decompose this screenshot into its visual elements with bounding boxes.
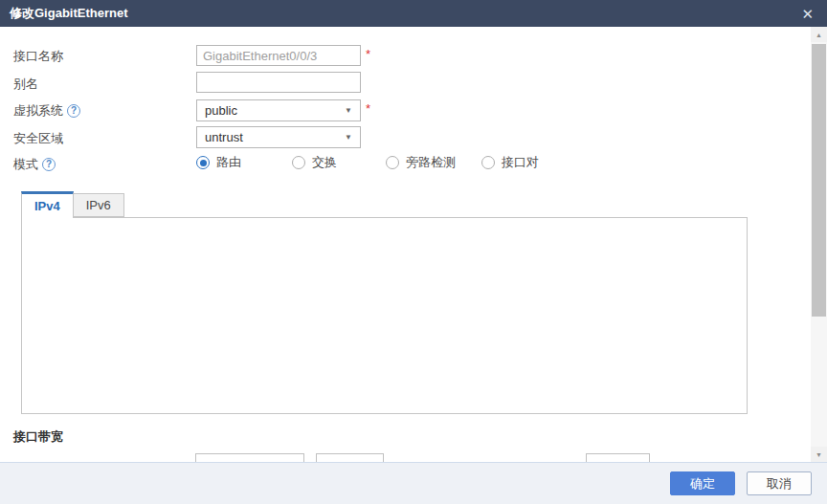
ip-version-tabs: IPv4 IPv6: [21, 191, 124, 218]
close-icon[interactable]: ✕: [797, 5, 817, 23]
ipv4-panel: [21, 217, 748, 414]
virtual-system-select[interactable]: public ▼: [196, 99, 361, 121]
help-icon[interactable]: ?: [42, 158, 56, 171]
chevron-down-icon: ▼: [345, 106, 352, 115]
tab-ipv6[interactable]: IPv6: [74, 193, 124, 217]
scroll-down-icon[interactable]: ▼: [811, 447, 827, 462]
interface-name-field[interactable]: [196, 45, 361, 66]
required-asterisk: *: [366, 47, 370, 61]
mode-option-interface-pair[interactable]: 接口对: [481, 154, 539, 171]
mode-option-bypass[interactable]: 旁路检测: [386, 154, 481, 171]
security-zone-select[interactable]: untrust ▼: [196, 126, 361, 148]
dialog-titlebar: 修改GigabitEthernet ✕: [0, 0, 827, 27]
required-asterisk: *: [366, 101, 370, 116]
mode-option-switch[interactable]: 交换: [292, 154, 386, 171]
scroll-up-icon[interactable]: ▲: [811, 27, 827, 42]
mode-label: 模式 ?: [13, 156, 56, 173]
mode-option-route[interactable]: 路由: [196, 154, 292, 171]
help-icon[interactable]: ?: [67, 104, 80, 118]
ok-button[interactable]: 确定: [670, 471, 735, 495]
radio-icon: [386, 156, 399, 169]
bandwidth-section-title: 接口带宽: [13, 428, 63, 446]
mode-radio-group: 路由 交换 旁路检测 接口对: [196, 154, 539, 171]
vertical-scrollbar[interactable]: ▲ ▼: [811, 27, 827, 462]
radio-icon: [292, 156, 305, 169]
security-zone-value: untrust: [205, 130, 243, 144]
security-zone-label: 安全区域: [13, 130, 63, 147]
radio-checked-icon: [196, 156, 210, 169]
cancel-button[interactable]: 取消: [747, 471, 812, 495]
virtual-system-label: 虚拟系统 ?: [13, 102, 80, 120]
radio-icon: [481, 156, 495, 169]
virtual-system-value: public: [205, 103, 237, 118]
alias-field[interactable]: [196, 72, 361, 93]
dialog-title: 修改GigabitEthernet: [10, 5, 128, 22]
chevron-down-icon: ▼: [345, 133, 352, 142]
scrollbar-thumb[interactable]: [812, 44, 826, 317]
tab-ipv4[interactable]: IPv4: [21, 191, 74, 218]
interface-name-label: 接口名称: [13, 48, 63, 65]
alias-label: 别名: [13, 76, 38, 93]
dialog-footer: 确定 取消: [0, 462, 827, 504]
